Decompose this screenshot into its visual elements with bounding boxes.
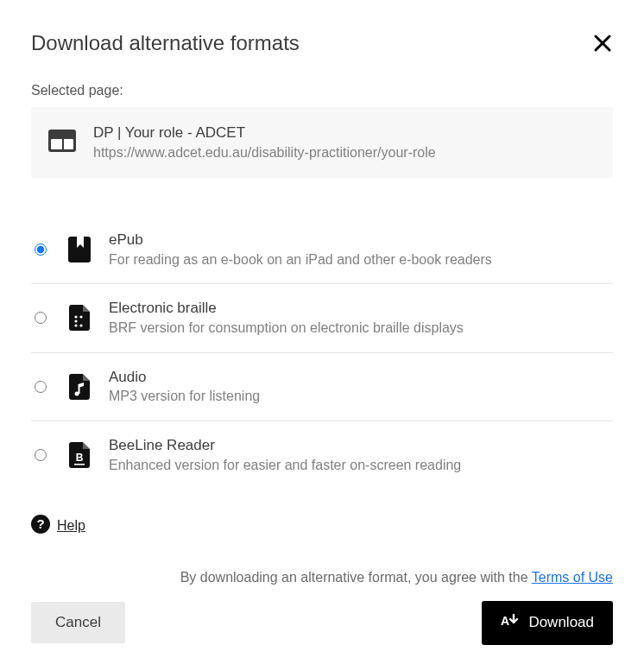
option-description: For reading as an e-book on an iPad and … [109, 250, 492, 269]
selected-page-panel: DP | Your role - ADCET https://www.adcet… [31, 107, 613, 178]
svg-rect-2 [62, 139, 64, 149]
svg-rect-12 [74, 464, 85, 465]
option-description: MP3 version for listening [109, 387, 260, 406]
option-audio[interactable]: Audio MP3 version for listening [31, 353, 613, 421]
beeline-file-icon: B [67, 442, 92, 468]
option-braille[interactable]: Electronic braille BRF version for consu… [31, 284, 613, 352]
download-icon: A [501, 613, 520, 633]
terms-of-use-link[interactable]: Terms of Use [532, 570, 613, 585]
terms-prefix: By downloading an alternative format, yo… [180, 570, 532, 585]
option-label: BeeLine Reader [109, 435, 461, 456]
option-description: BRF version for consumption on electroni… [109, 319, 464, 338]
option-epub[interactable]: ePub For reading as an e-book on an iPad… [31, 216, 613, 284]
svg-text:?: ? [36, 516, 44, 531]
download-button-label: Download [528, 614, 594, 631]
svg-point-8 [79, 325, 82, 327]
svg-point-7 [79, 316, 82, 319]
radio-beeline[interactable] [35, 449, 47, 461]
svg-point-5 [74, 320, 77, 323]
dialog-title: Download alternative formats [31, 31, 300, 55]
svg-text:B: B [76, 452, 84, 464]
webpage-icon [48, 130, 76, 155]
option-label: Audio [109, 367, 260, 388]
cancel-button[interactable]: Cancel [31, 602, 125, 643]
download-button[interactable]: A Download [482, 601, 613, 645]
radio-audio[interactable] [35, 381, 47, 393]
option-beeline[interactable]: B BeeLine Reader Enhanced version for ea… [31, 421, 613, 489]
radio-braille[interactable] [35, 312, 47, 324]
audio-file-icon [67, 374, 92, 400]
radio-epub[interactable] [35, 243, 47, 256]
braille-file-icon [67, 305, 92, 331]
selected-page-label: Selected page: [31, 83, 613, 98]
option-label: ePub [109, 230, 492, 250]
selected-page-title: DP | Your role - ADCET [93, 123, 436, 143]
close-button[interactable] [592, 33, 613, 54]
help-link[interactable]: Help [57, 518, 85, 534]
selected-page-url: https://www.adcet.edu.au/disability-prac… [93, 143, 436, 162]
terms-text: By downloading an alternative format, yo… [31, 570, 613, 585]
svg-point-6 [74, 325, 77, 327]
option-label: Electronic braille [109, 298, 464, 319]
help-icon: ? [31, 515, 50, 537]
close-icon [592, 33, 613, 54]
option-description: Enhanced version for easier and faster o… [109, 456, 461, 475]
svg-point-4 [74, 316, 77, 319]
epub-icon [67, 237, 92, 262]
svg-text:A: A [501, 614, 509, 628]
format-options-list: ePub For reading as an e-book on an iPad… [31, 216, 613, 489]
